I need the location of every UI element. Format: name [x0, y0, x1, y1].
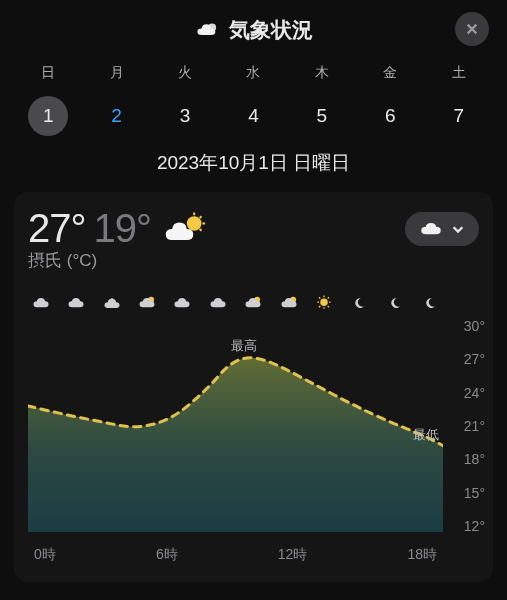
moon-icon: [419, 292, 441, 314]
svg-line-6: [200, 229, 202, 231]
weekday-label: 金: [370, 64, 410, 82]
x-axis: 0時6時12時18時: [28, 546, 443, 564]
svg-line-17: [319, 306, 320, 307]
sun-cloud-icon: [278, 292, 300, 314]
sun-cloud-icon: [242, 292, 264, 314]
cloud-icon: [207, 292, 229, 314]
full-date: 2023年10月1日 日曜日: [14, 150, 493, 176]
partly-cloudy-icon: [195, 19, 221, 41]
day-cell[interactable]: 5: [302, 96, 342, 136]
weekday-label: 土: [439, 64, 479, 82]
page-title: 気象状況: [229, 16, 313, 44]
svg-line-15: [319, 297, 320, 298]
y-tick: 21°: [445, 418, 485, 434]
cloud-night-icon: [101, 292, 123, 314]
y-tick: 30°: [445, 318, 485, 334]
cloud-icon: [65, 292, 87, 314]
chevron-down-icon: [451, 222, 465, 236]
svg-line-16: [328, 297, 329, 298]
sun-cloud-icon: [163, 211, 207, 247]
weather-screen: 気象状況 日 月 火 水 木 金 土 1 2 3 4 5 6 7 2023年10…: [0, 6, 507, 600]
y-tick: 12°: [445, 518, 485, 534]
weekday-label: 月: [97, 64, 137, 82]
max-label: 最高: [231, 337, 257, 355]
svg-point-2: [187, 216, 202, 231]
day-cell[interactable]: 4: [233, 96, 273, 136]
x-tick: 6時: [156, 546, 178, 564]
day-row: 1 2 3 4 5 6 7: [14, 96, 493, 136]
weekday-row: 日 月 火 水 木 金 土: [14, 64, 493, 82]
condition-selector[interactable]: [405, 212, 479, 246]
header: 気象状況: [14, 6, 493, 54]
moon-icon: [348, 292, 370, 314]
y-tick: 15°: [445, 485, 485, 501]
cloud-icon: [419, 220, 443, 238]
temperature-chart: 最高 最低: [28, 316, 443, 532]
x-tick: 18時: [407, 546, 437, 564]
weekday-label: 火: [165, 64, 205, 82]
day-cell[interactable]: 2: [97, 96, 137, 136]
weekday-label: 木: [302, 64, 342, 82]
day-cell[interactable]: 7: [439, 96, 479, 136]
svg-point-10: [320, 298, 328, 306]
sun-cloud-icon: [136, 292, 158, 314]
hour-icons-row: [28, 292, 487, 314]
svg-line-18: [328, 306, 329, 307]
x-tick: 12時: [278, 546, 308, 564]
x-tick: 0時: [34, 546, 56, 564]
low-temp: 19°: [94, 206, 152, 251]
cloud-icon: [30, 292, 52, 314]
weekday-label: 日: [28, 64, 68, 82]
y-tick: 18°: [445, 451, 485, 467]
close-icon: [465, 22, 479, 36]
day-cell[interactable]: 3: [165, 96, 205, 136]
weekday-label: 水: [233, 64, 273, 82]
close-button[interactable]: [455, 12, 489, 46]
min-label: 最低: [413, 426, 439, 444]
day-cell[interactable]: 1: [28, 96, 68, 136]
chart-area: 最高 最低 30°27°24°21°18°15°12° 0時6時12時18時: [28, 292, 487, 570]
unit-label: 摂氏 (°C): [28, 249, 487, 272]
cloud-icon: [171, 292, 193, 314]
high-temp: 27°: [28, 206, 86, 251]
header-title-group: 気象状況: [195, 16, 313, 44]
y-axis: 30°27°24°21°18°15°12°: [445, 318, 485, 534]
y-tick: 27°: [445, 351, 485, 367]
day-cell[interactable]: 6: [370, 96, 410, 136]
sun-icon: [313, 292, 335, 314]
forecast-card: 27° 19° 摂氏 (°C): [14, 192, 493, 582]
y-tick: 24°: [445, 385, 485, 401]
moon-icon: [384, 292, 406, 314]
svg-line-5: [200, 216, 202, 218]
